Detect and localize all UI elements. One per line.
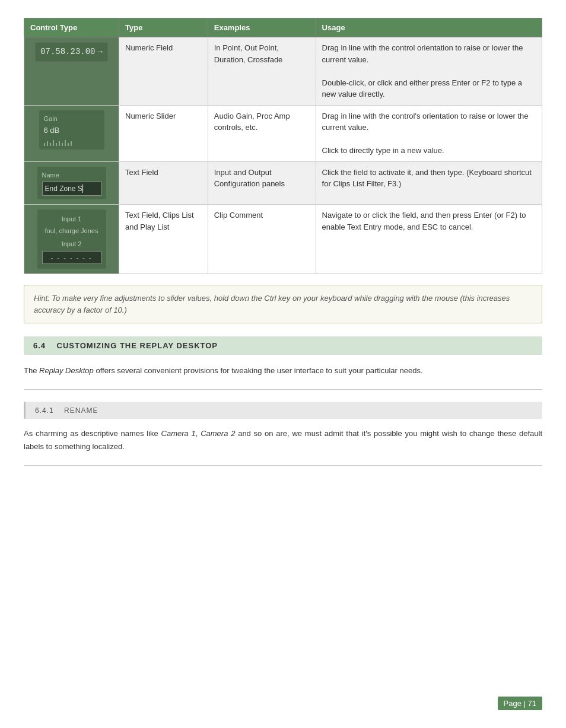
control-types-table: Control Type Type Examples Usage 07.58.2… <box>24 18 542 274</box>
control-widget-numeric: 07.58.23.00 → <box>24 37 119 106</box>
numeric-field-widget: 07.58.23.00 → <box>35 42 108 62</box>
col-header-usage: Usage <box>316 18 542 37</box>
control-widget-slider: Gain 6 dB <box>24 105 119 161</box>
usage-cell-numeric: Drag in line with the control orientatio… <box>316 37 542 106</box>
tick <box>50 143 51 146</box>
section-6-4-1-header: 6.4.1 RENAME <box>24 402 542 419</box>
tick <box>59 141 60 146</box>
type-cell-textfield: Text Field <box>119 161 208 205</box>
tick <box>47 141 48 146</box>
text-field-widget: Name End Zone S▏ <box>37 167 106 200</box>
col-header-examples: Examples <box>208 18 316 37</box>
section-6-4-title: 6.4 CUSTOMIZING THE REPLAY DESKTOP <box>33 341 218 350</box>
col-header-control-type: Control Type <box>24 18 119 37</box>
tf-input-display[interactable]: End Zone S▏ <box>42 182 101 196</box>
examples-cell-slider: Audio Gain, Proc Amp controls, etc. <box>208 105 316 161</box>
tick <box>53 140 54 146</box>
page-number: Page | 71 <box>498 697 542 710</box>
hint-text: Hint: To make very fine adjustments to s… <box>34 293 532 316</box>
examples-cell-clipcomment: Clip Comment <box>208 205 316 274</box>
tick <box>68 143 69 146</box>
tick <box>44 143 45 146</box>
tick <box>71 141 72 146</box>
table-row: Name End Zone S▏ Text Field Input and Ou… <box>24 161 542 205</box>
usage-cell-clipcomment: Navigate to or click the field, and then… <box>316 205 542 274</box>
section-6-4-1-title: 6.4.1 RENAME <box>35 406 98 415</box>
table-row: Input 1 foul, charge Jones Input 2 - - -… <box>24 205 542 274</box>
table-row: 07.58.23.00 → Numeric Field In Point, Ou… <box>24 37 542 106</box>
control-widget-clipcomment: Input 1 foul, charge Jones Input 2 - - -… <box>24 205 119 274</box>
section-6-4-1-body: As charming as descriptive names like Ca… <box>24 427 542 453</box>
slider-widget: Gain 6 dB <box>39 110 104 150</box>
type-cell-numeric: Numeric Field <box>119 37 208 106</box>
table-row: Gain 6 dB Numeri <box>24 105 542 161</box>
section-divider <box>24 389 542 390</box>
tick <box>56 143 57 146</box>
cc-row2: foul, charge Jones <box>42 226 101 236</box>
col-header-type: Type <box>119 18 208 37</box>
slider-label: Gain <box>44 114 100 124</box>
slider-value: 6 dB <box>44 125 100 136</box>
tf-label: Name <box>42 170 101 180</box>
tick <box>65 140 66 146</box>
type-cell-slider: Numeric Slider <box>119 105 208 161</box>
type-cell-clipcomment: Text Field, Clips List and Play List <box>119 205 208 274</box>
hint-box: Hint: To make very fine adjustments to s… <box>24 285 542 323</box>
clip-comment-widget: Input 1 foul, charge Jones Input 2 - - -… <box>37 209 106 269</box>
numeric-value: 07.58.23.00 <box>40 46 95 58</box>
examples-cell-textfield: Input and Output Configuration panels <box>208 161 316 205</box>
cc-row1: Input 1 <box>42 214 101 224</box>
tick <box>62 143 63 146</box>
section-6-4-body: The Replay Desktop The Replay Desktop of… <box>24 364 542 377</box>
control-widget-textfield: Name End Zone S▏ <box>24 161 119 205</box>
cc-row3: Input 2 <box>42 239 101 249</box>
usage-cell-textfield: Click the field to activate it, and then… <box>316 161 542 205</box>
examples-cell-numeric: In Point, Out Point, Duration, Crossfade <box>208 37 316 106</box>
numeric-arrow-icon: → <box>98 46 103 58</box>
bottom-divider <box>24 465 542 466</box>
slider-ticks <box>44 139 100 146</box>
section-6-4-header: 6.4 CUSTOMIZING THE REPLAY DESKTOP <box>24 336 542 355</box>
usage-cell-slider: Drag in line with the control's orientat… <box>316 105 542 161</box>
cc-input-display[interactable]: - - - - - - - <box>42 251 101 265</box>
